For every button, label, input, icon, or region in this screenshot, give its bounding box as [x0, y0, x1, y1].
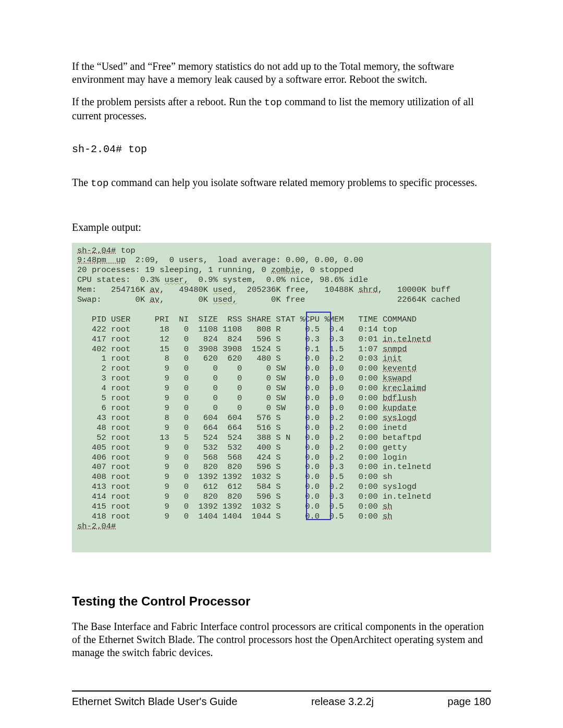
inline-command-top: top	[91, 178, 108, 189]
paragraph-run-top: If the problem persists after a reboot. …	[72, 95, 491, 122]
command-line-block: sh-2.04# top	[72, 143, 491, 155]
footer-release: release 3.2.2j	[311, 696, 374, 708]
paragraph-control-processor: The Base Interface and Fabric Interface …	[72, 620, 491, 659]
text-segment: The	[72, 177, 91, 188]
mem-column-highlight	[306, 312, 331, 520]
footer-doc-title: Ethernet Switch Blade User's Guide	[72, 696, 237, 708]
paragraph-top-explain: The top command can help you isolate sof…	[72, 176, 491, 190]
paragraph-memory-leak: If the “Used” and “Free” memory statisti…	[72, 60, 491, 86]
inline-command-top: top	[264, 97, 282, 108]
example-output-label: Example output:	[72, 221, 491, 233]
page-footer: Ethernet Switch Blade User's Guide relea…	[72, 690, 491, 708]
heading-testing-control-processor: Testing the Control Processor	[72, 594, 491, 609]
text-segment: If the problem persists after a reboot. …	[72, 96, 264, 107]
footer-page-number: page 180	[448, 696, 491, 708]
terminal-output: sh-2.04# top 9:48pm up 2:09, 0 users, lo…	[72, 243, 491, 552]
text-segment: command can help you isolate software re…	[108, 177, 477, 188]
